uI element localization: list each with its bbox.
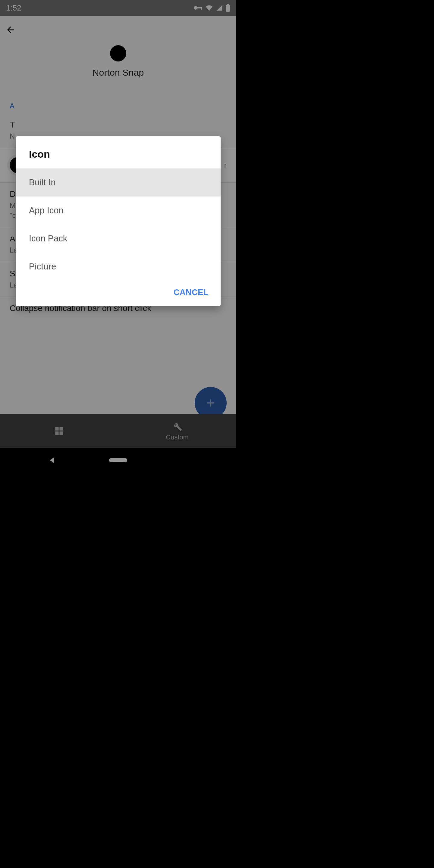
dialog-option-app-icon[interactable]: App Icon [16, 196, 221, 224]
dialog-title: Icon [16, 136, 221, 168]
dialog-option-picture[interactable]: Picture [16, 253, 221, 281]
dialog-option-built-in[interactable]: Built In [16, 168, 221, 196]
dialog-cancel-button[interactable]: CANCEL [174, 288, 209, 297]
icon-picker-dialog: Icon Built In App Icon Icon Pack Picture… [16, 136, 221, 306]
dialog-option-icon-pack[interactable]: Icon Pack [16, 224, 221, 253]
